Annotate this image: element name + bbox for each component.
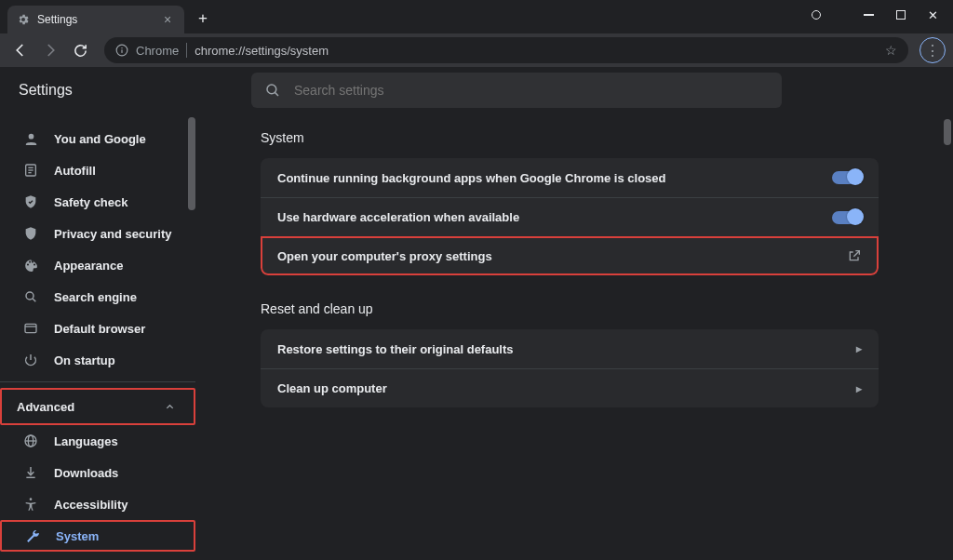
setting-restore-defaults[interactable]: Restore settings to their original defau… [261,329,879,368]
search-icon [264,82,281,99]
sidebar-item-on-startup[interactable]: On startup [0,344,195,376]
sidebar-item-appearance[interactable]: Appearance [0,249,195,281]
accessibility-icon [22,496,39,513]
svg-point-10 [26,292,34,300]
chevron-right-icon: ▸ [856,382,862,395]
sidebar-item-label: Search engine [54,290,137,304]
sidebar-item-reset-and-clean-up[interactable]: Reset and clean up [0,552,195,560]
back-button[interactable] [7,37,34,63]
settings-sidebar: You and Google Autofill Safety check Pri… [0,113,195,560]
new-tab-button[interactable]: + [190,6,216,32]
sidebar-item-downloads[interactable]: Downloads [0,457,195,488]
search-input[interactable] [294,83,769,98]
forward-button[interactable] [37,37,63,63]
svg-point-1 [121,47,122,48]
svg-point-3 [267,85,276,94]
sidebar-item-label: Appearance [54,259,123,273]
sidebar-item-label: Downloads [54,466,118,480]
sidebar-scrollbar[interactable] [188,117,195,210]
sidebar-item-safety-check[interactable]: Safety check [0,186,195,218]
external-link-icon [847,248,862,263]
section-title-reset: Reset and clean up [261,301,879,316]
power-icon [22,352,39,368]
shield-icon [22,225,39,242]
setting-label: Restore settings to their original defau… [277,342,514,356]
url-separator [186,43,187,58]
sidebar-item-autofill[interactable]: Autofill [0,154,195,186]
sidebar-item-label: Privacy and security [54,227,171,241]
browser-toolbar: Chrome chrome://settings/system ☆ ⋮ [0,33,953,67]
sidebar-item-system[interactable]: System [0,520,195,552]
download-icon [22,464,39,481]
setting-label: Use hardware acceleration when available [277,210,519,224]
close-button[interactable]: ✕ [928,8,938,22]
setting-label: Open your computer's proxy settings [277,249,492,263]
svg-rect-2 [121,49,122,53]
section-title-system: System [261,130,879,145]
settings-search-box[interactable] [251,73,782,108]
autofill-icon [22,162,39,179]
setting-hardware-acceleration[interactable]: Use hardware acceleration when available [261,197,879,236]
sidebar-item-label: You and Google [54,132,146,146]
settings-gear-icon [17,13,30,26]
sidebar-item-label: Accessibility [54,498,128,512]
toggle-switch[interactable] [832,171,862,184]
reload-button[interactable] [67,37,93,63]
setting-proxy-settings[interactable]: Open your computer's proxy settings [261,236,879,275]
setting-clean-up-computer[interactable]: Clean up computer ▸ [261,368,879,407]
bookmark-star-icon[interactable]: ☆ [885,43,897,58]
globe-icon [22,433,39,449]
sidebar-separator [0,381,195,382]
sidebar-item-label: Safety check [54,195,128,209]
setting-background-apps[interactable]: Continue running background apps when Go… [261,158,879,197]
person-icon [22,130,39,147]
browser-tab[interactable]: Settings × [7,6,184,33]
sidebar-item-label: Languages [54,434,118,448]
wrench-icon [24,527,41,544]
sidebar-item-label: Autofill [54,164,96,178]
sidebar-item-label: On startup [54,353,115,367]
svg-point-17 [30,498,33,500]
page-title: Settings [19,82,251,99]
sidebar-advanced-toggle[interactable]: Advanced [0,388,195,425]
sidebar-item-default-browser[interactable]: Default browser [0,313,195,344]
info-icon [115,44,128,57]
minimize-button[interactable] [864,14,874,16]
url-path: chrome://settings/system [195,44,329,58]
sidebar-item-search-engine[interactable]: Search engine [0,281,195,313]
toggle-switch[interactable] [832,211,862,224]
url-prefix: Chrome [136,44,179,58]
sidebar-item-accessibility[interactable]: Accessibility [0,488,195,520]
browser-icon [22,320,39,337]
chevron-right-icon: ▸ [856,342,862,355]
svg-line-11 [33,299,35,301]
search-icon [22,288,39,305]
settings-header: Settings [0,67,953,113]
system-card: Continue running background apps when Go… [261,158,879,275]
setting-label: Continue running background apps when Go… [277,171,665,185]
svg-point-5 [28,133,34,139]
sidebar-item-you-and-google[interactable]: You and Google [0,123,195,154]
setting-label: Clean up computer [277,381,387,395]
sidebar-item-privacy-and-security[interactable]: Privacy and security [0,218,195,249]
content-scrollbar[interactable] [944,119,951,145]
advanced-label: Advanced [17,400,74,414]
settings-content: System Continue running background apps … [195,113,953,407]
maximize-button[interactable] [896,10,906,20]
shield-check-icon [22,193,39,210]
chevron-up-icon [165,402,175,412]
address-bar[interactable]: Chrome chrome://settings/system ☆ [104,37,908,63]
palette-icon [22,257,39,273]
window-titlebar: Settings × + ✕ [0,0,953,33]
window-controls: ✕ [812,0,953,30]
sidebar-item-label: System [56,529,99,543]
browser-menu-button[interactable]: ⋮ [919,37,946,63]
sidebar-item-label: Default browser [54,322,145,336]
tab-close-icon[interactable]: × [160,12,175,27]
reset-card: Restore settings to their original defau… [261,329,879,407]
record-icon [812,10,821,20]
svg-line-4 [275,92,278,96]
sidebar-item-languages[interactable]: Languages [0,425,195,457]
svg-rect-12 [25,324,36,332]
tab-title: Settings [37,13,153,26]
